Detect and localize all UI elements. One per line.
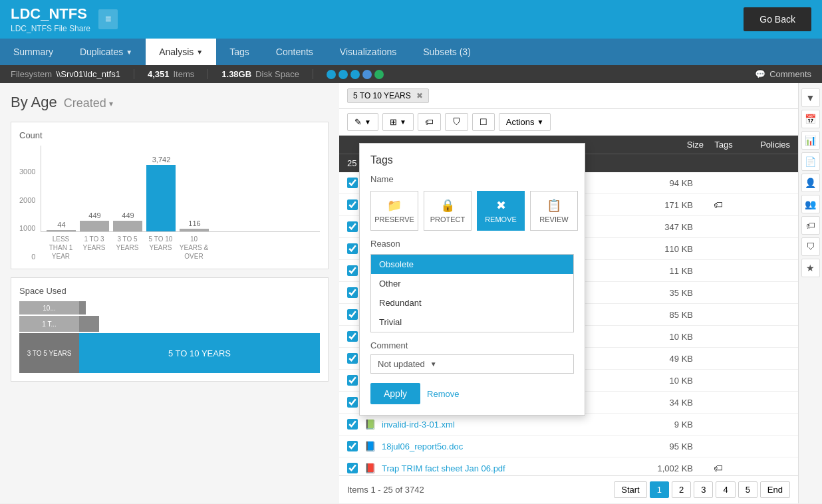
edit-caret: ▼ — [364, 118, 371, 126]
tab-analysis[interactable]: Analysis ▼ — [146, 39, 216, 65]
file-tags: 🏷 — [698, 463, 738, 473]
items-count: 4,351 — [148, 69, 170, 79]
reason-other[interactable]: Other — [371, 274, 573, 293]
calendar-sidebar-button[interactable]: 📅 — [801, 110, 820, 128]
dot-3 — [350, 70, 360, 79]
row-checkbox[interactable] — [347, 375, 358, 386]
filter-bar: 5 TO 10 YEARS ✖ — [339, 83, 798, 109]
row-checkbox[interactable] — [347, 199, 358, 210]
bar-group-4: 3,742 — [146, 146, 176, 231]
bar-1 — [47, 230, 76, 231]
tags-popup-name-label: Name — [370, 174, 574, 184]
file-name[interactable]: invalid-ird-3-01.xml — [382, 420, 634, 430]
comments-button[interactable]: 💬 Comments — [755, 69, 811, 79]
row-checkbox[interactable] — [347, 441, 358, 451]
tab-tags[interactable]: Tags — [216, 39, 263, 65]
row-checkbox[interactable] — [347, 463, 358, 473]
pagination-page-2[interactable]: 2 — [672, 481, 691, 498]
file-size: 347 KB — [640, 222, 693, 232]
row-checkbox[interactable] — [347, 178, 358, 188]
file-size: 9 KB — [640, 420, 693, 430]
space-title: Space Used — [19, 286, 320, 296]
comment-label: Comment — [370, 340, 574, 350]
count-chart: Count 3000 2000 1000 0 44 — [11, 122, 329, 269]
grid-button[interactable]: ⊞ ▼ — [382, 113, 414, 131]
app-subtitle: LDC_NTFS File Share — [11, 24, 90, 33]
status-bar: Filesystem \\Srv01\ldc_ntfs1 4,351 Items… — [0, 65, 822, 83]
document-sidebar-button[interactable]: 📄 — [801, 152, 820, 171]
tab-subsets[interactable]: Subsets (3) — [410, 39, 484, 65]
row-checkbox[interactable] — [347, 353, 358, 364]
reason-obsolete[interactable]: Obsolete — [371, 255, 573, 274]
tag-sidebar-button[interactable]: 🏷 — [801, 216, 820, 235]
go-back-button[interactable]: Go Back — [744, 7, 811, 31]
person-sidebar-button[interactable]: 👤 — [801, 174, 820, 192]
remove-action-button[interactable]: ✖ REMOVE — [477, 191, 525, 231]
reason-trivial[interactable]: Trivial — [371, 313, 573, 332]
tab-duplicates[interactable]: Duplicates ▼ — [67, 39, 146, 65]
pagination-page-5[interactable]: 5 — [738, 481, 757, 498]
pagination-buttons: Start 1 2 3 4 5 End — [614, 481, 790, 498]
comment-value: Not updated — [378, 359, 425, 369]
protect-button[interactable]: 🔒 PROTECT — [424, 191, 472, 231]
disk-space-info: 1.38GB Disk Space — [208, 69, 313, 79]
pagination-end[interactable]: End — [760, 481, 790, 498]
group-sidebar-button[interactable]: 👥 — [801, 195, 820, 213]
title-created: Created ▾ — [64, 96, 113, 110]
file-tags: 🏷 — [698, 199, 738, 210]
pagination-page-1[interactable]: 1 — [650, 481, 669, 498]
filter-sidebar-button[interactable]: ▼ — [801, 88, 820, 107]
nav-bar: Summary Duplicates ▼ Analysis ▼ Tags Con… — [0, 39, 822, 65]
filter-sidebar-icon: ▼ — [806, 92, 815, 103]
review-button[interactable]: 📋 REVIEW — [530, 191, 578, 231]
remove-action-label: REMOVE — [485, 215, 517, 223]
tag-button[interactable]: 🏷 — [418, 113, 441, 131]
comment-caret: ▼ — [430, 360, 437, 368]
file-size: 1,002 KB — [640, 463, 693, 473]
row-checkbox[interactable] — [347, 309, 358, 320]
preserve-button[interactable]: 📁 PRESERVE — [370, 191, 418, 231]
row-checkbox[interactable] — [347, 419, 358, 430]
row-checkbox[interactable] — [347, 331, 358, 342]
tab-contents[interactable]: Contents — [263, 39, 327, 65]
star-sidebar-button[interactable]: ★ — [801, 259, 820, 277]
comment-section: Comment Not updated ▼ — [370, 340, 574, 374]
pagination-start[interactable]: Start — [614, 481, 646, 498]
row-checkbox[interactable] — [347, 221, 358, 232]
hamburger-button[interactable]: ≡ — [98, 9, 118, 29]
file-size: 11 KB — [640, 266, 693, 276]
file-name[interactable]: 18jul06_report5o.doc — [382, 441, 634, 451]
comment-dropdown[interactable]: Not updated ▼ — [370, 354, 574, 374]
reason-redundant[interactable]: Redundant — [371, 293, 573, 313]
tab-summary[interactable]: Summary — [0, 39, 67, 65]
remove-button[interactable]: Remove — [427, 389, 459, 399]
copy-button[interactable]: ☐ — [472, 113, 495, 131]
apply-button[interactable]: Apply — [370, 383, 420, 404]
remove-filter-icon[interactable]: ✖ — [416, 91, 423, 100]
row-checkbox[interactable] — [347, 397, 358, 408]
edit-button[interactable]: ✎ ▼ — [347, 113, 378, 131]
file-name[interactable]: Trap TRIM fact sheet Jan 06.pdf — [382, 463, 634, 473]
row-checkbox[interactable] — [347, 287, 358, 298]
filesystem-path: \\Srv01\ldc_ntfs1 — [56, 69, 120, 79]
calendar-icon: 📅 — [805, 114, 816, 124]
row-checkbox[interactable] — [347, 243, 358, 254]
pagination-page-4[interactable]: 4 — [716, 481, 735, 498]
app-title: LDC_NTFS — [11, 5, 90, 23]
chart-sidebar-button[interactable]: 📊 — [801, 131, 820, 150]
shield-button[interactable]: ⛉ — [445, 113, 468, 131]
tab-visualizations[interactable]: Visualizations — [327, 39, 410, 65]
edit-icon: ✎ — [354, 117, 362, 127]
filter-tag-5-10-years[interactable]: 5 TO 10 YEARS ✖ — [347, 88, 429, 103]
tags-popup-title: Tags — [370, 154, 574, 166]
shield-sidebar-button[interactable]: ⛉ — [801, 237, 820, 256]
file-type-icon: 📘 — [363, 440, 376, 453]
tag-icon: 🏷 — [425, 117, 434, 127]
file-type-icon: 📗 — [363, 418, 376, 431]
left-panel: By Age Created ▾ Count 3000 2000 1000 0 — [0, 83, 339, 503]
row-checkbox[interactable] — [347, 265, 358, 276]
pagination-page-3[interactable]: 3 — [694, 481, 713, 498]
filesystem-info: Filesystem \\Srv01\ldc_ntfs1 — [11, 69, 134, 79]
actions-button[interactable]: Actions ▼ — [499, 113, 551, 131]
tag-sidebar-icon: 🏷 — [806, 220, 815, 231]
